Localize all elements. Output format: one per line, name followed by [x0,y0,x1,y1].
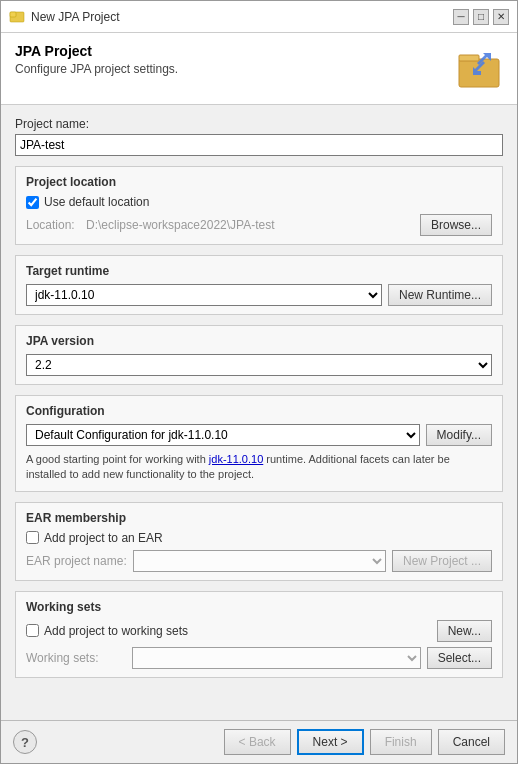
back-button[interactable]: < Back [224,729,291,755]
dialog-footer: ? < Back Next > Finish Cancel [1,720,517,763]
new-runtime-button[interactable]: New Runtime... [388,284,492,306]
add-to-ear-checkbox[interactable] [26,531,39,544]
target-runtime-section: Target runtime jdk-11.0.10 New Runtime..… [15,255,503,315]
add-to-working-sets-row: Add project to working sets [26,624,188,638]
ear-project-name-row: EAR project name: New Project ... [26,550,492,572]
target-runtime-title: Target runtime [26,264,492,278]
use-default-location-row: Use default location [26,195,492,209]
svg-rect-3 [459,55,479,61]
config-info-link: jdk-11.0.10 [209,453,263,465]
svg-rect-1 [10,12,16,17]
project-name-input[interactable] [15,134,503,156]
project-location-section: Project location Use default location Lo… [15,166,503,245]
add-to-working-sets-checkbox[interactable] [26,624,39,637]
jpa-version-section: JPA version 2.2 2.1 2.0 [15,325,503,385]
configuration-row: Default Configuration for jdk-11.0.10 Mo… [26,424,492,446]
header-text: JPA Project Configure JPA project settin… [15,43,178,76]
jpa-version-dropdown[interactable]: 2.2 2.1 2.0 [26,354,492,376]
jpa-version-title: JPA version [26,334,492,348]
working-sets-label: Working sets: [26,651,126,665]
configuration-section: Configuration Default Configuration for … [15,395,503,492]
modify-button[interactable]: Modify... [426,424,492,446]
header-icon [455,43,503,94]
ear-project-name-label: EAR project name: [26,554,127,568]
configuration-title: Configuration [26,404,492,418]
use-default-location-checkbox[interactable] [26,196,39,209]
next-button[interactable]: Next > [297,729,364,755]
target-runtime-row: jdk-11.0.10 New Runtime... [26,284,492,306]
add-to-ear-label: Add project to an EAR [44,531,163,545]
ear-membership-title: EAR membership [26,511,492,525]
location-label: Location: [26,218,80,232]
title-bar: New JPA Project ─ □ ✕ [1,1,517,33]
configuration-dropdown[interactable]: Default Configuration for jdk-11.0.10 [26,424,420,446]
target-runtime-dropdown[interactable]: jdk-11.0.10 [26,284,382,306]
location-value: D:\eclipse-workspace2022\JPA-test [86,218,414,232]
ear-membership-section: EAR membership Add project to an EAR EAR… [15,502,503,581]
project-name-label: Project name: [15,117,503,131]
window-controls: ─ □ ✕ [453,9,509,25]
close-button[interactable]: ✕ [493,9,509,25]
help-icon: ? [21,735,29,750]
dialog-title: JPA Project [15,43,178,59]
location-row: Location: D:\eclipse-workspace2022\JPA-t… [26,214,492,236]
help-button[interactable]: ? [13,730,37,754]
configuration-info: A good starting point for working with j… [26,452,492,483]
working-sets-title: Working sets [26,600,492,614]
project-name-group: Project name: [15,117,503,156]
use-default-location-label: Use default location [44,195,149,209]
working-sets-new-button[interactable]: New... [437,620,492,642]
maximize-button[interactable]: □ [473,9,489,25]
ear-project-name-dropdown[interactable] [133,550,386,572]
window-icon [9,7,25,26]
project-location-title: Project location [26,175,492,189]
cancel-button[interactable]: Cancel [438,729,505,755]
new-project-button[interactable]: New Project ... [392,550,492,572]
footer-buttons: < Back Next > Finish Cancel [224,729,505,755]
dialog-subtitle: Configure JPA project settings. [15,62,178,76]
dialog-content: Project name: Project location Use defau… [1,105,517,720]
browse-button[interactable]: Browse... [420,214,492,236]
working-sets-row: Working sets: Select... [26,647,492,669]
window-title: New JPA Project [31,10,447,24]
add-to-ear-row: Add project to an EAR [26,531,492,545]
minimize-button[interactable]: ─ [453,9,469,25]
working-sets-select-button[interactable]: Select... [427,647,492,669]
add-to-working-sets-label: Add project to working sets [44,624,188,638]
dialog-header: JPA Project Configure JPA project settin… [1,33,517,105]
finish-button[interactable]: Finish [370,729,432,755]
working-sets-dropdown[interactable] [132,647,421,669]
working-sets-section: Working sets Add project to working sets… [15,591,503,678]
